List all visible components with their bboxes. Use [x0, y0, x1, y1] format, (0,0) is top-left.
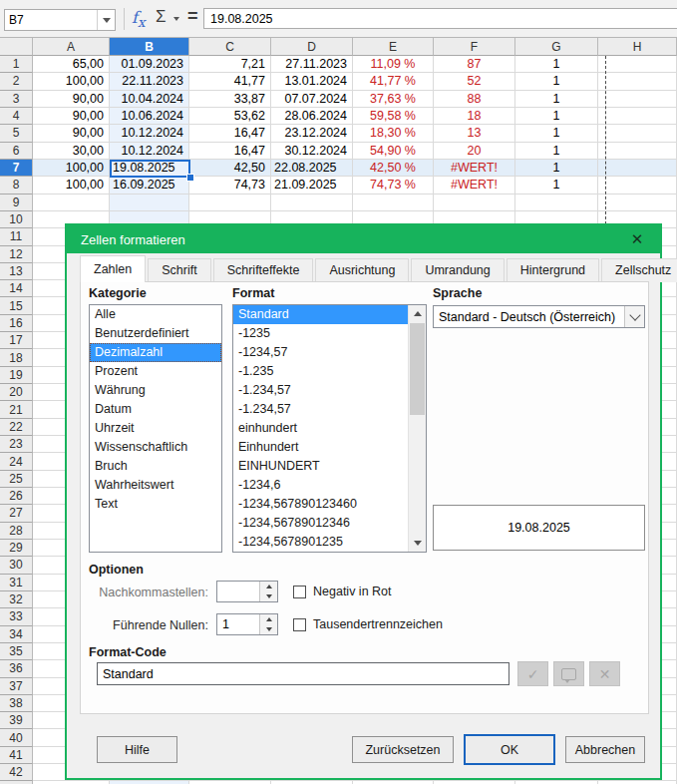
cell-C2[interactable]: 41,77 [189, 73, 271, 90]
cell-H5[interactable] [598, 125, 677, 142]
cell-E9[interactable] [353, 195, 434, 211]
row-header-41[interactable]: 41 [0, 747, 33, 764]
cell-G4[interactable]: 1 [515, 108, 598, 125]
cell-G7[interactable]: 1 [515, 160, 598, 177]
category-item-6[interactable]: Uhrzeit [90, 419, 221, 438]
cell-F1[interactable]: 87 [434, 56, 515, 73]
category-item-2[interactable]: Dezimalzahl [90, 343, 221, 362]
cell-G3[interactable]: 1 [515, 91, 598, 108]
cell-D2[interactable]: 13.01.2024 [271, 73, 353, 90]
cell-D9[interactable] [271, 195, 353, 211]
row-header-5[interactable]: 5 [0, 125, 33, 142]
help-button[interactable]: Hilfe [97, 736, 177, 763]
cell-F8[interactable]: #WERT! [434, 177, 515, 194]
format-item-7[interactable]: Einhundert [233, 438, 409, 457]
cell-E3[interactable]: 37,63 % [353, 91, 434, 108]
negative-red-checkbox-row[interactable]: Negativ in Rot [293, 585, 392, 598]
row-header-29[interactable]: 29 [0, 540, 33, 557]
name-box[interactable]: B7 [4, 9, 116, 31]
cell-B5[interactable]: 10.12.2024 [110, 125, 189, 142]
format-item-6[interactable]: einhundert [233, 419, 409, 438]
cell-E2[interactable]: 41,77 % [353, 73, 434, 90]
row-header-33[interactable]: 33 [0, 608, 33, 625]
column-header-C[interactable]: C [189, 38, 271, 56]
row-header-15[interactable]: 15 [0, 297, 33, 314]
row-header-2[interactable]: 2 [0, 73, 33, 90]
category-item-7[interactable]: Wissenschaftlich [90, 438, 221, 457]
select-all-corner[interactable] [0, 38, 33, 56]
row-header-31[interactable]: 31 [0, 575, 33, 591]
row-header-20[interactable]: 20 [0, 384, 33, 401]
row-header-37[interactable]: 37 [0, 678, 33, 695]
row-header-3[interactable]: 3 [0, 91, 33, 108]
delete-format-button[interactable]: ✕ [589, 661, 620, 686]
reset-button[interactable]: Zurücksetzen [352, 736, 454, 763]
format-item-11[interactable]: -1234,56789012346 [233, 514, 409, 533]
cell-H3[interactable] [598, 91, 677, 108]
column-header-G[interactable]: G [515, 38, 598, 56]
cell-B1[interactable]: 01.09.2023 [110, 56, 189, 73]
tab-schrifteffekte[interactable]: Schrifteffekte [213, 258, 314, 282]
column-header-B[interactable]: B [110, 38, 189, 56]
cell-H2[interactable] [598, 73, 677, 90]
cell-E6[interactable]: 54,90 % [353, 143, 434, 160]
cell-C8[interactable]: 74,73 [189, 177, 271, 194]
format-item-2[interactable]: -1234,57 [233, 343, 409, 362]
cell-D7[interactable]: 22.08.2025 [271, 160, 353, 177]
tab-zellschutz[interactable]: Zellschutz [601, 258, 677, 282]
cell-E1[interactable]: 11,09 % [353, 56, 434, 73]
cell-A7[interactable]: 100,00 [33, 160, 110, 177]
format-item-5[interactable]: -1.234,57 [233, 400, 409, 419]
cell-D5[interactable]: 23.12.2024 [271, 125, 353, 142]
language-dropdown-button[interactable] [624, 306, 644, 327]
category-item-3[interactable]: Prozent [90, 362, 221, 381]
tab-ausrichtung[interactable]: Ausrichtung [315, 258, 409, 282]
format-list-scrollbar[interactable] [408, 305, 426, 552]
row-header-32[interactable]: 32 [0, 591, 33, 608]
category-item-5[interactable]: Datum [90, 400, 221, 419]
cell-B2[interactable]: 22.11.2023 [110, 73, 189, 90]
row-header-11[interactable]: 11 [0, 228, 33, 245]
format-item-1[interactable]: -1235 [233, 324, 409, 343]
cell-C5[interactable]: 16,47 [189, 125, 271, 142]
tab-schrift[interactable]: Schrift [148, 258, 210, 282]
format-item-3[interactable]: -1.235 [233, 362, 409, 381]
row-header-38[interactable]: 38 [0, 695, 33, 712]
spin-up-icon[interactable] [260, 582, 277, 591]
row-header-12[interactable]: 12 [0, 246, 33, 263]
row-header-27[interactable]: 27 [0, 505, 33, 522]
checkbox-unchecked-icon[interactable] [293, 618, 306, 631]
cell-E4[interactable]: 59,58 % [353, 108, 434, 125]
format-item-12[interactable]: -1234,5678901235 [233, 533, 409, 552]
cell-A3[interactable]: 90,00 [33, 91, 110, 108]
equals-icon[interactable]: = [187, 6, 198, 27]
category-item-9[interactable]: Wahrheitswert [90, 476, 221, 495]
cell-H6[interactable] [598, 143, 677, 160]
cell-H8[interactable] [598, 177, 677, 194]
cell-G2[interactable]: 1 [515, 73, 598, 90]
category-item-0[interactable]: Alle [90, 305, 221, 324]
thousands-separator-checkbox-row[interactable]: Tausendertrennzeichen [293, 617, 443, 631]
category-item-8[interactable]: Bruch [90, 457, 221, 476]
row-header-17[interactable]: 17 [0, 332, 33, 349]
row-header-36[interactable]: 36 [0, 660, 33, 677]
cell-E7[interactable]: 42,50 % [353, 160, 434, 177]
row-header-8[interactable]: 8 [0, 177, 33, 194]
leading-zeros-stepper[interactable]: 1 [216, 613, 278, 635]
format-listbox[interactable]: Standard-1235-1234,57-1.235-1.234,57-1.2… [232, 304, 427, 553]
cell-C9[interactable] [189, 195, 271, 211]
format-item-9[interactable]: -1234,6 [233, 476, 409, 495]
cell-F7[interactable]: #WERT! [434, 160, 515, 177]
cell-G1[interactable]: 1 [515, 56, 598, 73]
format-code-input[interactable]: Standard [97, 662, 509, 685]
cell-A1[interactable]: 65,00 [33, 56, 110, 73]
cell-D4[interactable]: 28.06.2024 [271, 108, 353, 125]
column-header-H[interactable]: H [598, 38, 677, 56]
cell-F9[interactable] [434, 195, 515, 211]
row-header-35[interactable]: 35 [0, 643, 33, 660]
cell-A8[interactable]: 100,00 [33, 177, 110, 194]
cell-C7[interactable]: 42,50 [189, 160, 271, 177]
cell-A6[interactable]: 30,00 [33, 143, 110, 160]
scroll-up-icon[interactable] [409, 305, 426, 322]
format-item-8[interactable]: EINHUNDERT [233, 457, 409, 476]
